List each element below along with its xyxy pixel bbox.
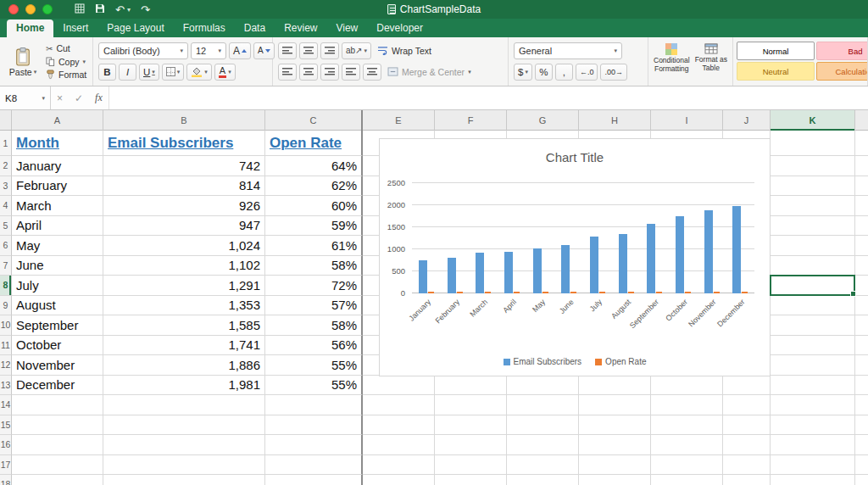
cell-C18[interactable] bbox=[265, 475, 363, 485]
column-header-H[interactable]: H bbox=[579, 110, 651, 131]
row-header-13[interactable]: 13 bbox=[0, 376, 12, 396]
cell-C7[interactable]: 58% bbox=[265, 256, 363, 276]
cell-I16[interactable] bbox=[651, 435, 723, 455]
formula-input[interactable] bbox=[108, 86, 868, 109]
cell-A9[interactable]: August bbox=[12, 296, 103, 316]
cell-A15[interactable] bbox=[12, 415, 103, 436]
cell-K18[interactable] bbox=[771, 475, 855, 485]
insert-function-icon[interactable]: fx bbox=[89, 86, 108, 109]
cell-C3[interactable]: 62% bbox=[265, 176, 363, 197]
cell-B9[interactable]: 1,353 bbox=[103, 296, 265, 316]
underline-button[interactable]: U▾ bbox=[139, 64, 159, 81]
cell-H13[interactable] bbox=[579, 376, 651, 396]
cell-F13[interactable] bbox=[435, 376, 507, 396]
cell-A18[interactable] bbox=[12, 475, 103, 485]
row-header-7[interactable]: 7 bbox=[0, 256, 12, 276]
cell-style-normal[interactable]: Normal bbox=[737, 42, 815, 60]
column-header-A[interactable]: A bbox=[12, 110, 103, 131]
align-bottom-button[interactable] bbox=[320, 42, 339, 59]
cell-A8[interactable]: July bbox=[12, 276, 103, 296]
tab-home[interactable]: Home bbox=[7, 20, 53, 37]
row-header-8[interactable]: 8 bbox=[0, 276, 12, 296]
cell-B7[interactable]: 1,102 bbox=[103, 256, 265, 276]
cell-K15[interactable] bbox=[771, 415, 855, 436]
cell-H15[interactable] bbox=[579, 415, 651, 436]
row-header-2[interactable]: 2 bbox=[0, 156, 12, 176]
orientation-button[interactable]: ab↗▾ bbox=[342, 42, 371, 59]
cell-E18[interactable] bbox=[363, 475, 435, 485]
cell-A2[interactable]: January bbox=[12, 156, 103, 176]
tab-page-layout[interactable]: Page Layout bbox=[97, 20, 173, 37]
cell-B6[interactable]: 1,024 bbox=[103, 236, 265, 256]
align-left-button[interactable] bbox=[278, 64, 297, 81]
cell-I15[interactable] bbox=[651, 415, 723, 436]
cell-A1[interactable]: Month bbox=[12, 131, 103, 156]
close-window-button[interactable] bbox=[8, 4, 19, 14]
tab-view[interactable]: View bbox=[326, 20, 367, 37]
row-header-3[interactable]: 3 bbox=[0, 176, 12, 197]
cell-C11[interactable]: 56% bbox=[265, 336, 363, 356]
number-format-select[interactable]: General▾ bbox=[514, 42, 622, 59]
cell-K12[interactable] bbox=[771, 355, 855, 376]
cell-B4[interactable]: 926 bbox=[103, 196, 265, 216]
increase-indent-button[interactable] bbox=[363, 64, 381, 81]
tab-insert[interactable]: Insert bbox=[53, 20, 97, 37]
cell-C6[interactable]: 61% bbox=[265, 236, 363, 256]
align-right-button[interactable] bbox=[320, 64, 339, 81]
cell-C10[interactable]: 58% bbox=[265, 315, 363, 336]
row-header-14[interactable]: 14 bbox=[0, 395, 12, 415]
cancel-icon[interactable]: × bbox=[51, 86, 69, 109]
zoom-window-button[interactable] bbox=[42, 4, 53, 14]
decrease-font-size-button[interactable]: A bbox=[253, 42, 275, 59]
wrap-text-button[interactable]: Wrap Text bbox=[374, 42, 435, 59]
cell-B18[interactable] bbox=[103, 475, 265, 485]
cell-G13[interactable] bbox=[507, 376, 579, 396]
cell-I18[interactable] bbox=[651, 475, 723, 485]
view-grid-icon[interactable] bbox=[75, 2, 85, 17]
cell-A5[interactable]: April bbox=[12, 216, 103, 237]
cell-E13[interactable] bbox=[363, 376, 435, 396]
cell-E16[interactable] bbox=[363, 435, 435, 455]
row-header-18[interactable]: 18 bbox=[0, 475, 12, 485]
align-middle-button[interactable] bbox=[299, 42, 318, 59]
cell-J14[interactable] bbox=[723, 395, 771, 415]
row-header-16[interactable]: 16 bbox=[0, 435, 12, 455]
row-header-10[interactable]: 10 bbox=[0, 315, 12, 336]
cell-G16[interactable] bbox=[507, 435, 579, 455]
align-top-button[interactable] bbox=[278, 42, 297, 59]
cell-K5[interactable] bbox=[771, 216, 855, 237]
cell-K14[interactable] bbox=[771, 395, 855, 415]
decrease-decimal-button[interactable]: .00→ bbox=[600, 64, 627, 81]
column-header-I[interactable]: I bbox=[651, 110, 723, 131]
cell-K8[interactable] bbox=[771, 276, 855, 296]
cell-A16[interactable] bbox=[12, 435, 103, 455]
copy-button[interactable]: Copy▾ bbox=[46, 56, 86, 68]
cell-B11[interactable]: 1,741 bbox=[103, 336, 265, 356]
column-header-F[interactable]: F bbox=[435, 110, 507, 131]
cell-C5[interactable]: 59% bbox=[265, 216, 363, 237]
accounting-format-button[interactable]: $▾ bbox=[514, 64, 532, 81]
row-header-15[interactable]: 15 bbox=[0, 415, 12, 436]
cell-J13[interactable] bbox=[723, 376, 771, 396]
tab-review[interactable]: Review bbox=[275, 20, 326, 37]
cell-E17[interactable] bbox=[363, 455, 435, 476]
select-all-corner[interactable] bbox=[0, 110, 12, 130]
cell-G15[interactable] bbox=[507, 415, 579, 436]
increase-decimal-button[interactable]: ←.0 bbox=[576, 64, 598, 81]
name-box[interactable]: K8▾ bbox=[0, 86, 51, 109]
cell-G14[interactable] bbox=[507, 395, 579, 415]
font-color-button[interactable]: A▾ bbox=[214, 64, 236, 81]
cell-H18[interactable] bbox=[579, 475, 651, 485]
cell-F14[interactable] bbox=[435, 395, 507, 415]
cell-B3[interactable]: 814 bbox=[103, 176, 265, 197]
cell-A12[interactable]: November bbox=[12, 355, 103, 376]
row-header-5[interactable]: 5 bbox=[0, 216, 12, 237]
cell-K6[interactable] bbox=[771, 236, 855, 256]
cell-K13[interactable] bbox=[771, 376, 855, 396]
font-size-select[interactable]: 12▾ bbox=[191, 42, 226, 59]
cell-A14[interactable] bbox=[12, 395, 103, 415]
cut-button[interactable]: ✂Cut bbox=[46, 42, 86, 54]
row-header-17[interactable]: 17 bbox=[0, 455, 12, 476]
row-header-6[interactable]: 6 bbox=[0, 236, 12, 256]
chart[interactable]: Chart Title 05001000150020002500 January… bbox=[379, 138, 771, 376]
